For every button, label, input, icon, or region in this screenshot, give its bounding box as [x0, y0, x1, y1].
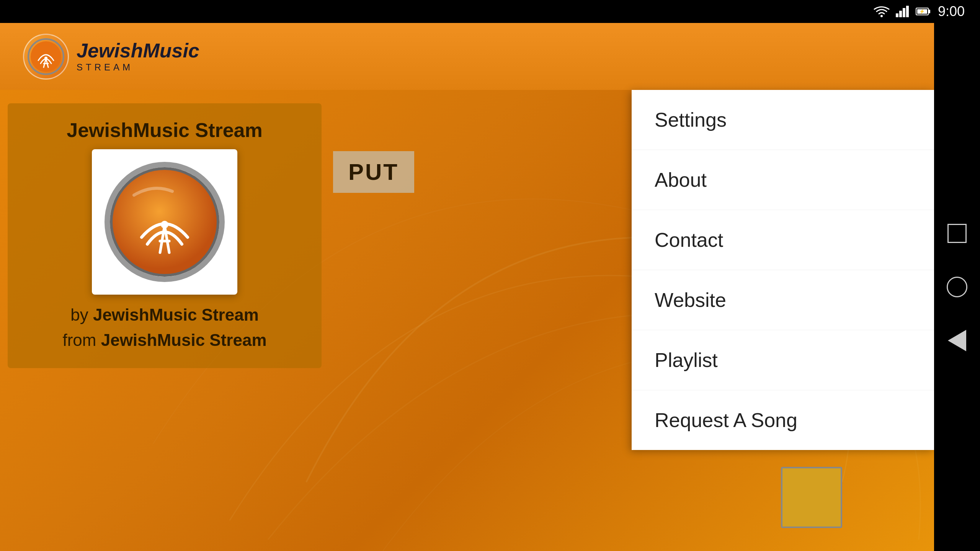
album-card: JewishMusic Stream: [8, 103, 322, 368]
main-content: JewishMusic Stream: [0, 90, 934, 551]
nav-square-button[interactable]: [946, 222, 969, 245]
svg-point-0: [880, 15, 883, 17]
logo-antenna-icon: [27, 37, 65, 76]
dropdown-menu: Settings About Contact Website Playlist …: [632, 90, 934, 450]
nav-circle-button[interactable]: [946, 276, 969, 298]
app-area: JewishMusic STREAM JewishMusic Stream: [0, 23, 934, 551]
svg-rect-1: [896, 13, 898, 17]
menu-item-settings[interactable]: Settings: [632, 90, 934, 150]
logo-text: JewishMusic STREAM: [77, 41, 199, 73]
svg-point-11: [161, 221, 168, 228]
album-art-icon: [103, 161, 226, 283]
status-bar: ⚡ 9:00: [0, 0, 980, 23]
wifi-icon: [874, 5, 890, 18]
svg-rect-2: [899, 11, 902, 17]
album-from-line: from JewishMusic Stream: [62, 328, 266, 353]
app-name: JewishMusic: [77, 41, 199, 60]
put-button[interactable]: PUT: [333, 151, 414, 193]
menu-item-request-a-song[interactable]: Request A Song: [632, 390, 934, 450]
svg-rect-3: [903, 8, 905, 17]
svg-rect-4: [906, 6, 909, 17]
nav-buttons: [934, 23, 980, 551]
album-title: JewishMusic Stream: [67, 119, 263, 142]
menu-item-contact[interactable]: Contact: [632, 210, 934, 270]
battery-icon: ⚡: [916, 8, 929, 15]
app-header: JewishMusic STREAM: [0, 23, 934, 90]
menu-item-playlist[interactable]: Playlist: [632, 330, 934, 390]
status-time: 9:00: [938, 3, 965, 20]
menu-item-about[interactable]: About: [632, 150, 934, 210]
svg-point-7: [44, 57, 47, 60]
album-by-line: by JewishMusic Stream: [62, 302, 266, 328]
app-logo: [23, 34, 69, 80]
thumbnail-box: [781, 467, 842, 528]
menu-item-website[interactable]: Website: [632, 270, 934, 330]
logo-container: JewishMusic STREAM: [23, 34, 199, 80]
album-artwork: [92, 149, 237, 295]
signal-icon: [896, 6, 910, 17]
nav-back-button[interactable]: [946, 329, 969, 352]
app-subtitle: STREAM: [77, 62, 199, 73]
album-info: by JewishMusic Stream from JewishMusic S…: [62, 302, 266, 353]
